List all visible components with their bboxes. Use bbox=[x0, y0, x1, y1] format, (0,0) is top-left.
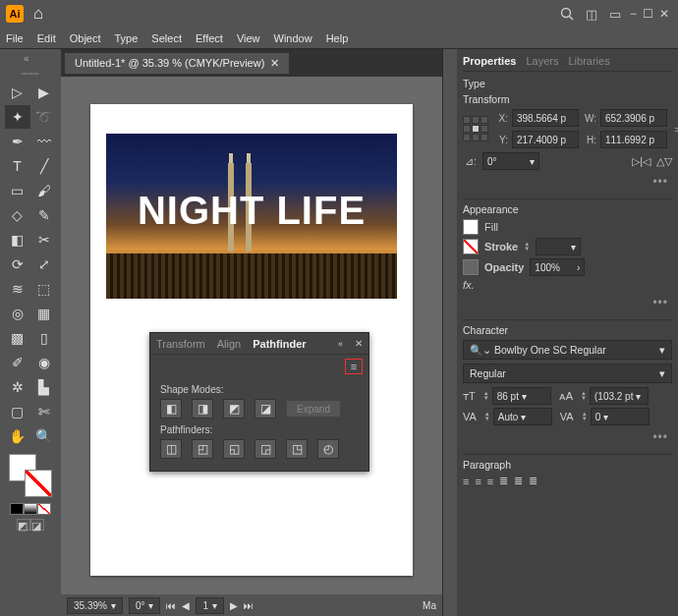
font-family-select[interactable]: 🔍⌄ Bowlby One SC Regular▾ bbox=[463, 340, 672, 360]
pf-tab-pathfinder[interactable]: Pathfinder bbox=[253, 338, 306, 350]
rotate-select[interactable]: 0°▾ bbox=[482, 152, 539, 170]
menu-type[interactable]: Type bbox=[115, 32, 139, 44]
search-icon[interactable] bbox=[560, 7, 574, 21]
leading-stepper[interactable]: ▲▼ bbox=[581, 391, 587, 401]
align-left-icon[interactable]: ≡ bbox=[463, 476, 469, 487]
right-panel-strip[interactable] bbox=[443, 49, 457, 616]
pf-tab-transform[interactable]: Transform bbox=[156, 338, 205, 350]
justify-right-icon[interactable]: ≣ bbox=[529, 475, 537, 487]
window-close-button[interactable]: ✕ bbox=[659, 7, 669, 21]
artboard-next-icon[interactable]: ▶ bbox=[230, 600, 238, 611]
align-right-icon[interactable]: ≡ bbox=[487, 476, 493, 487]
menu-select[interactable]: Select bbox=[151, 32, 182, 44]
toolbox-collapse-icon[interactable]: « bbox=[24, 53, 37, 65]
minus-front-icon[interactable]: ◨ bbox=[192, 399, 213, 419]
brush-tool[interactable]: 🖌 bbox=[31, 179, 57, 202]
kerning-input[interactable]: 0▾ bbox=[591, 408, 650, 425]
hand-tool[interactable]: ✋ bbox=[5, 424, 30, 448]
window-max-button[interactable]: ☐ bbox=[643, 7, 653, 21]
rotate-tool[interactable]: ⟳ bbox=[5, 252, 30, 276]
scale-tool[interactable]: ⤢ bbox=[31, 252, 57, 276]
document-tab-close-icon[interactable]: ✕ bbox=[270, 57, 279, 70]
toolbox-grip[interactable]: ┅┅┅ bbox=[11, 67, 50, 81]
intersect-icon[interactable]: ◩ bbox=[223, 399, 245, 419]
divide-icon[interactable]: ◫ bbox=[160, 439, 182, 459]
artboard-prev-icon[interactable]: ⏮ bbox=[166, 600, 176, 611]
magic-wand-tool[interactable]: ✦ bbox=[5, 105, 30, 129]
menu-file[interactable]: File bbox=[6, 32, 24, 44]
fill-color-swatch[interactable] bbox=[463, 219, 479, 235]
link-wh-icon[interactable]: ⫘ bbox=[673, 122, 678, 137]
arrange-docs-icon[interactable]: ◫ bbox=[586, 7, 597, 22]
blend-tool[interactable]: ◉ bbox=[31, 351, 57, 374]
justify-left-icon[interactable]: ≣ bbox=[499, 475, 508, 487]
x-input[interactable] bbox=[512, 109, 579, 127]
tab-libraries[interactable]: Libraries bbox=[568, 55, 609, 67]
tab-layers[interactable]: Layers bbox=[526, 55, 558, 67]
pf-collapse-icon[interactable]: « bbox=[338, 339, 343, 349]
perspective-tool[interactable]: ▦ bbox=[31, 302, 57, 325]
crop-icon[interactable]: ◲ bbox=[254, 439, 276, 459]
eyedropper-tool[interactable]: ✐ bbox=[5, 351, 30, 374]
menu-view[interactable]: View bbox=[237, 32, 260, 44]
stroke-swatch[interactable] bbox=[25, 470, 52, 497]
shaper-tool[interactable]: ◇ bbox=[5, 203, 30, 227]
stroke-weight-select[interactable]: ▾ bbox=[536, 238, 581, 255]
free-transform-tool[interactable]: ⬚ bbox=[31, 277, 57, 301]
y-input[interactable] bbox=[512, 131, 579, 148]
menu-window[interactable]: Window bbox=[274, 32, 312, 44]
tracking-stepper[interactable]: ▲▼ bbox=[484, 412, 490, 421]
width-tool[interactable]: ≋ bbox=[5, 277, 30, 301]
eraser-tool[interactable]: ◧ bbox=[5, 228, 30, 252]
transform-more-icon[interactable]: ••• bbox=[463, 173, 672, 191]
reference-point-icon[interactable] bbox=[463, 116, 488, 141]
color-mode-swatches[interactable] bbox=[10, 503, 51, 515]
font-style-select[interactable]: Regular▾ bbox=[463, 364, 672, 383]
tracking-input[interactable]: Auto▾ bbox=[493, 408, 552, 425]
tab-properties[interactable]: Properties bbox=[463, 55, 516, 67]
menu-help[interactable]: Help bbox=[326, 32, 349, 44]
shape-builder-tool[interactable]: ◎ bbox=[5, 302, 30, 325]
size-stepper[interactable]: ▲▼ bbox=[483, 391, 489, 401]
merge-icon[interactable]: ◱ bbox=[223, 439, 245, 459]
slice-tool[interactable]: ✄ bbox=[31, 400, 57, 423]
pf-tab-align[interactable]: Align bbox=[217, 338, 241, 350]
direct-selection-tool[interactable]: ▶ bbox=[31, 81, 57, 104]
pencil-tool[interactable]: ✎ bbox=[31, 203, 57, 227]
unite-icon[interactable]: ◧ bbox=[160, 399, 182, 419]
flip-v-icon[interactable]: △▽ bbox=[656, 155, 672, 168]
menu-effect[interactable]: Effect bbox=[196, 32, 223, 44]
leading-input[interactable]: (103.2 pt▾ bbox=[590, 387, 649, 405]
flip-h-icon[interactable]: ▷|◁ bbox=[632, 155, 650, 168]
pen-tool[interactable]: ✒ bbox=[5, 130, 30, 153]
workspace-icon[interactable]: ▭ bbox=[609, 7, 621, 22]
gradient-tool[interactable]: ▯ bbox=[31, 326, 57, 350]
rotate-view[interactable]: 0°▾ bbox=[129, 597, 161, 614]
headline-text[interactable]: NIGHT LIFE bbox=[106, 189, 397, 233]
stroke-weight-steppers[interactable]: ▲▼ bbox=[524, 242, 530, 252]
canvas[interactable]: NIGHT LIFE Transform Align Pathfinder « … bbox=[61, 77, 442, 594]
trim-icon[interactable]: ◰ bbox=[192, 439, 213, 459]
line-tool[interactable]: ╱ bbox=[31, 154, 57, 178]
window-min-button[interactable]: − bbox=[630, 7, 637, 21]
artboard-tool[interactable]: ▢ bbox=[5, 400, 30, 423]
exclude-icon[interactable]: ◪ bbox=[254, 399, 276, 419]
justify-center-icon[interactable]: ≣ bbox=[514, 475, 523, 487]
appearance-more-icon[interactable]: ••• bbox=[463, 294, 672, 311]
artboard-last-icon[interactable]: ⏭ bbox=[244, 600, 254, 611]
home-icon[interactable]: ⌂ bbox=[33, 4, 43, 24]
h-input[interactable] bbox=[600, 131, 667, 148]
placed-image[interactable]: NIGHT LIFE bbox=[106, 134, 397, 299]
expand-button[interactable]: Expand bbox=[286, 400, 341, 418]
fx-label[interactable]: fx. bbox=[463, 279, 475, 291]
character-more-icon[interactable]: ••• bbox=[463, 428, 672, 446]
scissors-tool[interactable]: ✂ bbox=[31, 228, 57, 252]
zoom-level[interactable]: 35.39%▾ bbox=[67, 597, 123, 614]
draw-mode-icons[interactable]: ◩◪ bbox=[17, 519, 44, 531]
stroke-color-swatch[interactable] bbox=[463, 239, 479, 254]
menu-object[interactable]: Object bbox=[70, 32, 101, 44]
lasso-tool[interactable]: ➰ bbox=[31, 105, 57, 129]
selection-tool[interactable]: ▷ bbox=[5, 81, 30, 104]
fill-stroke-swatch[interactable] bbox=[9, 454, 52, 497]
artboard-number[interactable]: 1▾ bbox=[196, 597, 224, 614]
